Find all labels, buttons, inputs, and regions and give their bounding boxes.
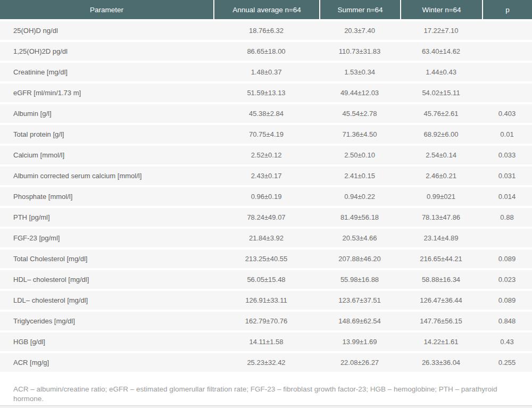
annual-average-cell: 21.84±3.92 <box>213 229 319 247</box>
p-value-cell: 0.848 <box>482 312 532 330</box>
journal-table-page: Parameter Annual average n=64 Summer n=6… <box>0 0 532 408</box>
annual-average-cell: 45.38±2.84 <box>213 104 319 123</box>
table-row: 1,25(OH)2D pg/dl86.65±18.00110.73±31.836… <box>0 42 532 61</box>
table-row: Phosphate [mmol/l]0.96±0.190.94±0.220.99… <box>0 187 532 206</box>
parameter-cell: eGFR [ml/min/1.73 m] <box>0 84 213 102</box>
column-header-summer: Summer n=64 <box>319 0 400 19</box>
summer-cell: 22.08±26.27 <box>319 353 400 372</box>
p-value-cell: 0.403 <box>482 104 532 123</box>
annual-average-cell: 70.75±4.19 <box>213 125 319 144</box>
winter-cell: 2.46±0.21 <box>400 166 482 185</box>
summer-cell: 81.49±56.18 <box>319 208 400 227</box>
header-row: Parameter Annual average n=64 Summer n=6… <box>0 0 532 19</box>
parameter-cell: ACR [mg/g] <box>0 353 213 372</box>
parameter-cell: Triglycerides [mg/dl] <box>0 312 213 330</box>
summer-cell: 110.73±31.83 <box>319 42 400 61</box>
annual-average-cell: 78.24±49.07 <box>213 208 319 227</box>
winter-cell: 54.02±15.11 <box>400 84 482 102</box>
table-row: Creatinine [mg/dl]1.48±0.371.53±0.341.44… <box>0 63 532 81</box>
summer-cell: 55.98±16.88 <box>319 270 400 289</box>
winter-cell: 78.13±47.86 <box>400 208 482 227</box>
winter-cell: 216.65±44.21 <box>400 249 482 268</box>
p-value-cell: 0.023 <box>482 270 532 289</box>
table-footnote: ACR – albumin/creatine ratio; eGFR – est… <box>0 374 532 408</box>
summer-cell: 148.69±62.54 <box>319 312 400 330</box>
summer-cell: 45.54±2.78 <box>319 104 400 123</box>
parameter-cell: Calcium [mmol/l] <box>0 146 213 164</box>
p-value-cell <box>482 84 532 102</box>
winter-cell: 26.33±36.04 <box>400 353 482 372</box>
table-row: HDL– cholesterol [mg/dl]56.05±15.4855.98… <box>0 270 532 289</box>
summer-cell: 2.50±0.10 <box>319 146 400 164</box>
p-value-cell: 0.43 <box>482 332 532 351</box>
annual-average-cell: 14.11±1.58 <box>213 332 319 351</box>
summer-cell: 20.3±7.40 <box>319 21 400 40</box>
table-row: Total Cholesterol [mg/dl]213.25±40.55207… <box>0 249 532 268</box>
parameter-cell: 1,25(OH)2D pg/dl <box>0 42 213 61</box>
parameter-cell: Phosphate [mmol/l] <box>0 187 213 206</box>
p-value-cell: 0.255 <box>482 353 532 372</box>
table-row: Calcium [mmol/l]2.52±0.122.50±0.102.54±0… <box>0 146 532 164</box>
annual-average-cell: 126.91±33.11 <box>213 291 319 310</box>
p-value-cell: 0.089 <box>482 249 532 268</box>
annual-average-cell: 2.43±0.17 <box>213 166 319 185</box>
summer-cell: 1.53±0.34 <box>319 63 400 81</box>
parameter-cell: HGB [g/dl] <box>0 332 213 351</box>
annual-average-cell: 51.59±13.13 <box>213 84 319 102</box>
winter-cell: 45.76±2.61 <box>400 104 482 123</box>
p-value-cell <box>482 42 532 61</box>
winter-cell: 58.88±16.34 <box>400 270 482 289</box>
summer-cell: 2.41±0.15 <box>319 166 400 185</box>
p-value-cell: 0.88 <box>482 208 532 227</box>
winter-cell: 126.47±36.44 <box>400 291 482 310</box>
summer-cell: 123.67±37.51 <box>319 291 400 310</box>
table-row: Albumin [g/l]45.38±2.8445.54±2.7845.76±2… <box>0 104 532 123</box>
winter-cell: 17.22±7.10 <box>400 21 482 40</box>
parameter-cell: LDL– cholesterol [mg/dl] <box>0 291 213 310</box>
winter-cell: 63.40±14.62 <box>400 42 482 61</box>
annual-average-cell: 0.96±0.19 <box>213 187 319 206</box>
parameter-cell: PTH [pg/ml] <box>0 208 213 227</box>
p-value-cell: 0.033 <box>482 146 532 164</box>
table-row: eGFR [ml/min/1.73 m]51.59±13.1349.44±12.… <box>0 84 532 102</box>
winter-cell: 2.54±0.14 <box>400 146 482 164</box>
p-value-cell <box>482 21 532 40</box>
table-row: 25(OH)D ng/dl18.76±6.3220.3±7.4017.22±7.… <box>0 21 532 40</box>
table-row: FGF-23 [pg/ml]21.84±3.9220.53±4.6623.14±… <box>0 229 532 247</box>
parameter-cell: Total Cholesterol [mg/dl] <box>0 249 213 268</box>
column-header-parameter: Parameter <box>0 0 213 19</box>
winter-cell: 14.22±1.61 <box>400 332 482 351</box>
column-header-annual-average: Annual average n=64 <box>213 0 319 19</box>
summer-cell: 20.53±4.66 <box>319 229 400 247</box>
summer-cell: 13.99±1.69 <box>319 332 400 351</box>
parameter-cell: Albumin [g/l] <box>0 104 213 123</box>
p-value-cell: 0.089 <box>482 291 532 310</box>
annual-average-cell: 2.52±0.12 <box>213 146 319 164</box>
table-row: Triglycerides [mg/dl]162.79±70.76148.69±… <box>0 312 532 330</box>
p-value-cell: 0.014 <box>482 187 532 206</box>
p-value-cell: 0.031 <box>482 166 532 185</box>
column-header-winter: Winter n=64 <box>400 0 482 19</box>
table-row: LDL– cholesterol [mg/dl]126.91±33.11123.… <box>0 291 532 310</box>
annual-average-cell: 1.48±0.37 <box>213 63 319 81</box>
column-header-p-value: p <box>482 0 532 19</box>
parameter-cell: Creatinine [mg/dl] <box>0 63 213 81</box>
winter-cell: 23.14±4.89 <box>400 229 482 247</box>
parameter-cell: HDL– cholesterol [mg/dl] <box>0 270 213 289</box>
table-row: Albumin corrected serum calcium [mmol/l]… <box>0 166 532 185</box>
parameter-cell: Albumin corrected serum calcium [mmol/l] <box>0 166 213 185</box>
p-value-cell: 0.01 <box>482 125 532 144</box>
table-row: PTH [pg/ml]78.24±49.0781.49±56.1878.13±4… <box>0 208 532 227</box>
table-row: Total protein [g/l]70.75±4.1971.36±4.506… <box>0 125 532 144</box>
summer-cell: 207.88±46.20 <box>319 249 400 268</box>
annual-average-cell: 56.05±15.48 <box>213 270 319 289</box>
winter-cell: 0.99±021 <box>400 187 482 206</box>
summer-cell: 71.36±4.50 <box>319 125 400 144</box>
winter-cell: 68.92±6.00 <box>400 125 482 144</box>
p-value-cell <box>482 63 532 81</box>
winter-cell: 147.76±56.15 <box>400 312 482 330</box>
summer-cell: 49.44±12.03 <box>319 84 400 102</box>
bottom-divider <box>0 405 532 408</box>
table-row: ACR [mg/g]25.23±32.4222.08±26.2726.33±36… <box>0 353 532 372</box>
summer-cell: 0.94±0.22 <box>319 187 400 206</box>
